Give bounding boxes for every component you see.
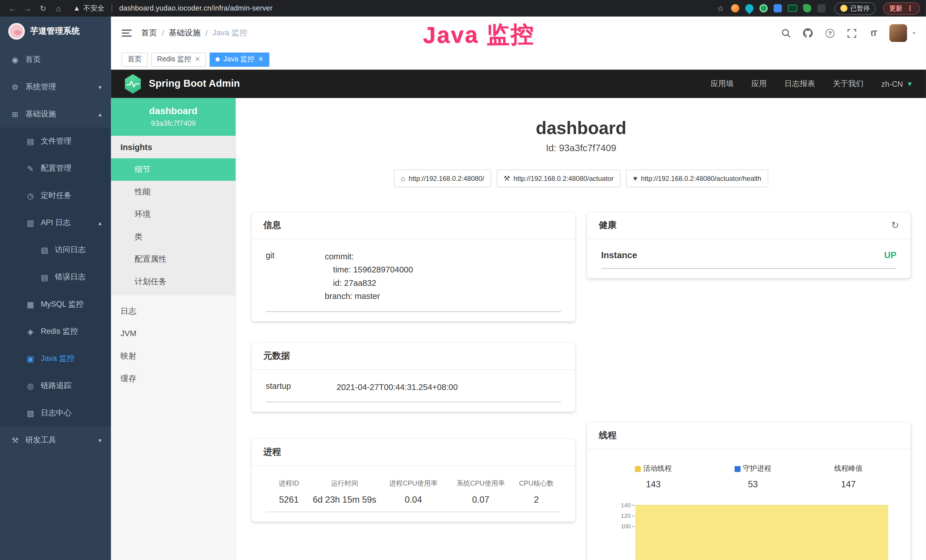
instance-header[interactable]: dashboard 93a3fc7f7409 [111,98,236,136]
sidebar-item-tracing[interactable]: ◎ 链路追踪 [0,372,111,400]
actuator-url-link[interactable]: ⚒ http://192.168.0.2:48080/actuator [496,170,620,187]
sidebar-item-mappings[interactable]: 映射 [111,345,236,368]
sidebar-item-label: 首页 [26,54,41,65]
health-instance-row[interactable]: Instance UP [601,250,896,269]
threads-card-title: 线程 [599,430,617,441]
update-button[interactable]: 更新 ⋮ [883,2,920,14]
sidebar-item-logs[interactable]: 日志 [111,300,236,322]
sba-brand-title[interactable]: Spring Boot Admin [149,78,240,89]
sidebar-item-jvm[interactable]: JVM [111,322,236,345]
sidebar-item-scheduled-jobs[interactable]: ◷ 定时任务 [0,182,111,209]
process-col-header: 运行时间 [311,479,378,488]
search-icon[interactable] [780,27,792,39]
extension-dark-icon[interactable] [817,4,826,12]
home-icon[interactable]: ⌂ [52,4,65,12]
help-icon[interactable]: ? [824,27,836,39]
threads-legend: 活动线程 143 守护进程 [601,460,896,489]
extension-switch-icon[interactable] [788,5,797,12]
monitor-icon: ⊞ [11,109,20,118]
tab-label: Java 监控 [223,54,254,65]
insights-item-scheduled-tasks[interactable]: 计划任务 [111,271,236,293]
insights-group: Insights 细节 性能 环境 类 配置属性 计划任务 [111,136,236,295]
trace-icon: ◎ [26,381,35,390]
user-avatar[interactable] [890,24,907,42]
sidebar-item-access-logs[interactable]: ▤ 访问日志 [0,236,111,263]
sidebar-item-label: API 日志 [41,217,71,228]
sba-nav-about[interactable]: 关于我们 [833,79,864,89]
sidebar: 芋道管理系统 ◉ 首页 ⚙ 系统管理 ▾ ⊞ 基础设施 ▴ ▤ 文件管理 [0,17,111,560]
sidebar-item-mysql-monitor[interactable]: ▦ MySQL 监控 [0,291,111,318]
bookmark-star-icon[interactable]: ☆ [714,4,727,12]
address-url[interactable]: dashboard.yudao.iocoder.cn/infra/admin-s… [119,4,272,12]
sidebar-item-redis-monitor[interactable]: ◈ Redis 监控 [0,318,111,345]
tab-java-monitor[interactable]: Java 监控 ✕ [210,52,269,67]
security-indicator[interactable]: ▲ 不安全 [73,3,104,13]
process-col-header: 进程ID [267,479,311,488]
tab-home[interactable]: 首页 [122,52,148,67]
close-icon[interactable]: ✕ [258,56,263,64]
sidebar-item-dev-tools[interactable]: ⚒ 研发工具 ▾ [0,427,111,454]
infrastructure-submenu: ▤ 文件管理 ✎ 配置管理 ◷ 定时任务 ▥ API 日志 ▴ ▤ [0,127,111,427]
paused-badge[interactable]: 已暂停 [834,2,876,14]
sidebar-item-label: 日志中心 [41,408,71,418]
sba-nav-wall[interactable]: 应用墙 [711,79,734,89]
sidebar-item-api-logs[interactable]: ▥ API 日志 ▴ [0,209,111,236]
instance-sidebar: dashboard 93a3fc7f7409 Insights 细节 性能 环境… [111,98,236,560]
sidebar-item-java-monitor[interactable]: ▣ Java 监控 [0,345,111,372]
breadcrumb-item[interactable]: 基础设施 [169,28,201,38]
hamburger-icon[interactable] [122,30,132,37]
instance-url-link[interactable]: ⌂ http://192.168.0.2:48080/ [394,170,492,187]
insights-item-environment[interactable]: 环境 [111,203,236,226]
sba-locale-select[interactable]: zh-CN ▼ [881,80,913,88]
sidebar-item-config-manage[interactable]: ✎ 配置管理 [0,155,111,182]
extension-fox-icon[interactable] [731,4,740,12]
extension-green-icon[interactable] [760,4,768,12]
tools-icon: ⚒ [11,436,20,445]
logcenter-icon: ▧ [26,409,35,417]
back-icon[interactable]: ← [6,4,19,12]
sba-logo[interactable] [124,74,142,94]
app-title: 芋道管理系统 [30,26,80,36]
link-label: http://192.168.0.2:48080/actuator [514,175,614,182]
redis-icon: ◈ [26,327,35,336]
gear-icon: ⚙ [11,82,20,91]
caret-down-icon[interactable]: ▾ [912,30,915,36]
tab-redis-monitor[interactable]: Redis 监控 ✕ [151,52,206,67]
sidebar-item-system[interactable]: ⚙ 系统管理 ▾ [0,73,111,100]
insights-item-details[interactable]: 细节 [111,158,236,181]
fullscreen-icon[interactable] [846,27,858,39]
history-icon[interactable]: ↺ [891,219,899,231]
sidebar-item-infrastructure[interactable]: ⊞ 基础设施 ▴ [0,100,111,127]
info-value: commit: time: 1596289704000 id: 27aa832 … [325,250,413,303]
sidebar-item-log-center[interactable]: ▧ 日志中心 [0,400,111,427]
process-col-header: CPU核心数 [513,479,560,488]
chevron-up-icon: ▴ [99,111,101,117]
sidebar-item-file-manage[interactable]: ▤ 文件管理 [0,127,111,154]
sidebar-item-label: 文件管理 [41,136,71,146]
sba-nav-journal[interactable]: 日志报表 [784,79,815,89]
breadcrumb-item[interactable]: 首页 [141,28,157,38]
instance-title: dashboard [236,118,926,138]
insights-item-classes[interactable]: 类 [111,226,236,248]
insights-item-config-props[interactable]: 配置属性 [111,248,236,271]
extension-drop-icon[interactable] [743,2,755,14]
extension-grid-icon[interactable] [774,4,782,12]
extension-leaf-icon[interactable] [803,4,811,12]
forward-icon[interactable]: → [21,4,35,12]
github-icon[interactable] [802,27,814,39]
metadata-startup-row: startup 2021-04-27T00:44:31.254+08:00 [266,380,561,402]
app-logo[interactable]: 芋道管理系统 [0,17,111,46]
sba-nav-applications[interactable]: 应用 [751,79,767,89]
health-url-link[interactable]: ♥ http://192.168.0.2:48080/actuator/heal… [626,170,768,187]
insights-item-metrics[interactable]: 性能 [111,181,236,203]
close-icon[interactable]: ✕ [195,56,200,64]
info-card-title: 信息 [263,219,281,231]
sidebar-item-home[interactable]: ◉ 首页 [0,46,111,73]
reload-icon[interactable]: ↻ [36,4,50,12]
fontsize-icon[interactable]: tT [868,27,879,39]
process-col-header: 系统CPU使用率 [449,479,513,488]
sidebar-item-label: 链路追踪 [41,381,71,391]
sidebar-item-label: 访问日志 [55,244,86,255]
sidebar-item-caches[interactable]: 缓存 [111,368,236,390]
sidebar-item-error-logs[interactable]: ▤ 错误日志 [0,263,111,291]
